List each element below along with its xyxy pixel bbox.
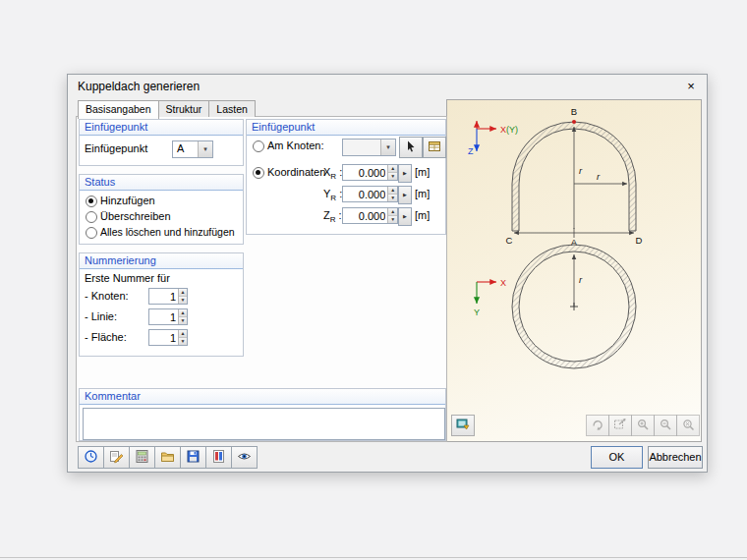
- clock-icon: [84, 449, 98, 464]
- units-button[interactable]: [205, 446, 232, 469]
- tab-page-basisangaben: Einfügepunkt Einfügepunkt A ▾ Status Hin…: [76, 116, 447, 442]
- tab-struktur[interactable]: Struktur: [158, 100, 210, 117]
- linie-number-input[interactable]: ▲ ▼: [148, 308, 188, 325]
- zoom-window-button[interactable]: [608, 415, 632, 436]
- xr-unit: [m]: [415, 166, 430, 178]
- graphic-display-options-button[interactable]: [451, 415, 475, 436]
- window-bottom-edge: [0, 557, 747, 558]
- chevron-down-icon[interactable]: ▾: [380, 140, 395, 155]
- group-nummerierung: Nummerierung Erste Nummer für - Knoten: …: [79, 252, 244, 357]
- group-einfuegepunkt-left: Einfügepunkt Einfügepunkt A ▾: [79, 119, 244, 166]
- edit-defaults-button[interactable]: [103, 446, 130, 469]
- radio-koordinaten[interactable]: [253, 167, 264, 179]
- flaeche-number-input[interactable]: ▲ ▼: [148, 329, 188, 346]
- spin-down-icon[interactable]: ▼: [388, 172, 397, 180]
- eye-icon: [237, 449, 252, 464]
- rotate-icon: [591, 418, 604, 431]
- cancel-button[interactable]: Abbrechen: [648, 446, 703, 469]
- zr-label: ZR :: [323, 209, 342, 224]
- linie-label: - Linie:: [85, 310, 117, 322]
- comment-input[interactable]: [83, 408, 445, 440]
- radio-ueberschreiben-label: Überschreiben: [100, 210, 171, 222]
- zoom-window-icon: [613, 418, 627, 431]
- flaeche-number-value[interactable]: [149, 330, 178, 345]
- graphic-preview-panel: B C A D r r X(Y) Z r X Y: [446, 99, 702, 442]
- zoom-extent-icon: [681, 418, 695, 431]
- spin-down-icon[interactable]: ▼: [388, 215, 397, 223]
- spin-up-icon[interactable]: ▲: [388, 187, 397, 194]
- node-table-button[interactable]: [423, 137, 446, 158]
- am-knoten-label: Am Knoten:: [267, 140, 323, 151]
- dialog-titlebar[interactable]: Kuppeldach generieren ×: [68, 75, 707, 98]
- spinner: ▲ ▼: [387, 165, 397, 180]
- section-r-vertical-label: r: [579, 165, 583, 176]
- rotate-view-button[interactable]: [586, 415, 609, 436]
- spin-up-icon[interactable]: ▲: [388, 165, 397, 172]
- knoten-number-value[interactable]: [149, 289, 178, 304]
- spin-up-icon[interactable]: ▲: [388, 208, 397, 215]
- zoom-extent-button[interactable]: [676, 415, 700, 436]
- open-button[interactable]: [154, 446, 181, 469]
- knoten-number-input[interactable]: ▲ ▼: [148, 288, 188, 305]
- radio-hinzufuegen[interactable]: [86, 196, 97, 207]
- group-status: Status Hinzufügen Überschreiben Alles lö…: [79, 174, 244, 245]
- yr-unit: [m]: [415, 188, 430, 199]
- tab-basisangaben[interactable]: Basisangaben: [78, 100, 159, 119]
- group-title: Einfügepunkt: [80, 120, 243, 136]
- plan-axis-x-label: X: [500, 278, 506, 288]
- zoom-out-icon: [659, 418, 672, 431]
- radio-alles-loeschen[interactable]: [86, 227, 97, 239]
- spin-down-icon[interactable]: ▼: [179, 296, 187, 304]
- spin-up-icon[interactable]: ▲: [179, 330, 187, 337]
- yr-value[interactable]: [343, 187, 387, 201]
- zr-more-button[interactable]: ▶: [398, 207, 412, 226]
- spin-down-icon[interactable]: ▼: [179, 337, 187, 345]
- radio-am-knoten[interactable]: [253, 140, 264, 152]
- xr-input[interactable]: ▲ ▼: [342, 164, 398, 181]
- erste-nummer-label: Erste Nummer für: [85, 272, 170, 284]
- pick-node-button[interactable]: [399, 137, 423, 158]
- spin-up-icon[interactable]: ▲: [179, 309, 187, 316]
- section-axis-z-label: Z: [468, 146, 474, 156]
- einfuegepunkt-select-value: A: [173, 141, 198, 157]
- zr-value[interactable]: [343, 208, 387, 223]
- am-knoten-select[interactable]: ▾: [342, 139, 396, 156]
- linie-number-value[interactable]: [149, 309, 178, 324]
- history-button[interactable]: [78, 446, 104, 469]
- zoom-in-button[interactable]: [631, 415, 655, 436]
- radio-ueberschreiben[interactable]: [86, 211, 97, 223]
- apex-label: B: [571, 106, 577, 117]
- spin-down-icon[interactable]: ▼: [179, 316, 187, 324]
- spinner: ▲ ▼: [387, 187, 397, 201]
- dome-preview-drawing: B C A D r r X(Y) Z r X Y: [447, 100, 699, 409]
- save-button[interactable]: [180, 446, 206, 469]
- zr-unit: [m]: [415, 209, 430, 221]
- group-title: Einfügepunkt: [247, 120, 445, 136]
- floppy-icon: [186, 449, 201, 464]
- zr-input[interactable]: ▲ ▼: [342, 207, 398, 224]
- tab-lasten[interactable]: Lasten: [208, 100, 256, 117]
- xr-more-button[interactable]: ▶: [398, 164, 412, 183]
- ok-button[interactable]: OK: [591, 446, 643, 469]
- flaeche-label: - Fläche:: [85, 331, 127, 343]
- group-title: Nummerierung: [80, 253, 243, 269]
- preview-button[interactable]: [231, 446, 258, 469]
- plan-axis-y-label: Y: [474, 308, 480, 317]
- spin-up-icon[interactable]: ▲: [179, 289, 187, 296]
- spin-down-icon[interactable]: ▼: [388, 194, 397, 201]
- chevron-down-icon[interactable]: ▾: [198, 141, 212, 157]
- zoom-out-button[interactable]: [654, 415, 677, 436]
- yr-more-button[interactable]: ▶: [398, 186, 412, 204]
- yr-label: YR :: [323, 188, 342, 202]
- spinner: ▲ ▼: [178, 289, 187, 304]
- calculator-button[interactable]: [129, 446, 155, 469]
- xr-value[interactable]: [343, 165, 387, 180]
- group-title: Status: [80, 175, 243, 191]
- koordinaten-label: Koordinaten: [267, 166, 325, 178]
- apex-point: [572, 120, 576, 124]
- yr-input[interactable]: ▲ ▼: [342, 186, 398, 202]
- close-button[interactable]: ×: [681, 78, 701, 94]
- node-table-icon: [428, 140, 441, 153]
- einfuegepunkt-select[interactable]: A ▾: [172, 140, 213, 158]
- radio-hinzufuegen-label: Hinzufügen: [100, 195, 155, 206]
